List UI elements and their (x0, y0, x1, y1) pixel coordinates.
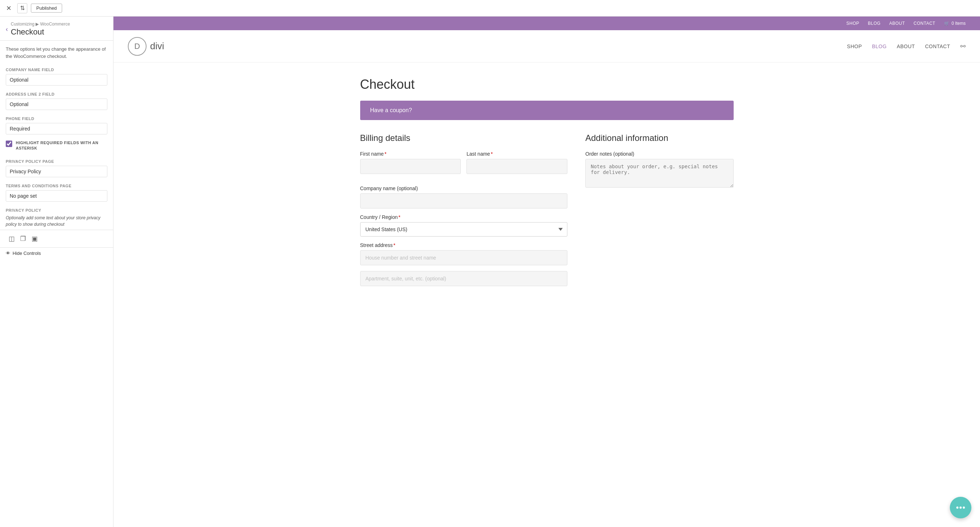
site-nav-links: SHOP BLOG ABOUT CONTACT ⚯ (847, 42, 966, 50)
logo-circle: D (128, 37, 146, 56)
country-required: * (399, 214, 400, 220)
sidebar-toolbar: ◫ ❐ ▣ (0, 230, 113, 248)
first-name-label: First name* (360, 151, 461, 157)
cart-symbol: 🛒 (944, 21, 950, 26)
checkout-title: Checkout (360, 77, 733, 92)
terms-conditions-section: TERMS AND CONDITIONS PAGE (0, 179, 113, 204)
last-name-input[interactable] (466, 159, 567, 174)
highlight-required-row: HIGHLIGHT REQUIRED FIELDS WITH AN ASTERI… (0, 137, 113, 155)
topbar-blog-link[interactable]: BLOG (868, 21, 881, 26)
site-logo: D divi (128, 37, 164, 56)
cart-count: 0 Items (951, 21, 966, 26)
phone-field-input[interactable] (6, 123, 107, 134)
topbar-about-link[interactable]: ABOUT (889, 21, 905, 26)
order-notes-group: Order notes (optional) (585, 151, 733, 188)
apt-group (360, 271, 568, 286)
street-required: * (394, 242, 395, 248)
chat-widget[interactable] (950, 497, 971, 518)
last-name-label: Last name* (466, 151, 567, 157)
additional-column: Additional information Order notes (opti… (585, 133, 733, 292)
sidebar-description: These options let you change the appeara… (0, 41, 113, 63)
logo-letter: D (134, 42, 140, 51)
main-wrapper: ‹ Customizing ▶ WooCommerce Checkout The… (0, 16, 980, 527)
highlight-required-checkbox[interactable] (6, 141, 12, 147)
company-name-field-label: Company name (optional) (360, 185, 568, 191)
hide-controls-button[interactable]: 👁 Hide Controls (0, 248, 113, 259)
breadcrumb: Customizing ▶ WooCommerce (11, 22, 70, 27)
privacy-policy-description: Optionally add some text about your stor… (6, 215, 107, 228)
company-name-field-input[interactable] (360, 193, 568, 209)
apt-input[interactable] (360, 271, 568, 286)
street-input[interactable] (360, 250, 568, 265)
first-name-required: * (385, 151, 387, 157)
chat-dot-2 (959, 506, 962, 509)
privacy-policy-page-section: PRIVACY POLICY PAGE (0, 155, 113, 179)
eye-icon: 👁 (6, 251, 10, 256)
chat-dot-3 (963, 506, 965, 509)
last-name-required: * (491, 151, 493, 157)
privacy-policy-page-input[interactable] (6, 166, 107, 177)
highlight-required-label: HIGHLIGHT REQUIRED FIELDS WITH AN ASTERI… (16, 140, 107, 151)
name-row: First name* Last name* (360, 151, 568, 180)
phone-field-section: PHONE FIELD (0, 112, 113, 137)
company-name-group: Company name (optional) (360, 185, 568, 209)
privacy-policy-page-label: PRIVACY POLICY PAGE (6, 159, 107, 164)
logo-name: divi (150, 41, 164, 52)
site-nav: D divi SHOP BLOG ABOUT CONTACT ⚯ (113, 30, 980, 62)
order-notes-textarea[interactable] (585, 159, 733, 188)
additional-heading: Additional information (585, 133, 733, 143)
address-line2-section: ADDRESS LINE 2 FIELD (0, 88, 113, 112)
privacy-policy-label: PRIVACY POLICY (6, 208, 107, 212)
sidebar-title: Checkout (11, 27, 70, 37)
nav-blog-link[interactable]: BLOG (872, 43, 887, 49)
coupon-bar[interactable]: Have a coupon? (360, 101, 733, 120)
toolbar-icon-3[interactable]: ▣ (29, 233, 40, 244)
chat-dots (956, 506, 965, 509)
first-name-input[interactable] (360, 159, 461, 174)
nav-about-link[interactable]: ABOUT (897, 43, 915, 49)
billing-column: Billing details First name* Last name* (360, 133, 568, 292)
close-button[interactable]: ✕ (3, 3, 14, 13)
checkout-columns: Billing details First name* Last name* (360, 133, 733, 292)
site-topbar: SHOP BLOG ABOUT CONTACT 🛒 0 Items (113, 16, 980, 30)
country-select[interactable]: United States (US) (360, 222, 568, 236)
terms-conditions-label: TERMS AND CONDITIONS PAGE (6, 184, 107, 188)
billing-heading: Billing details (360, 133, 568, 143)
hide-controls-label: Hide Controls (13, 251, 41, 256)
last-name-group: Last name* (466, 151, 567, 174)
toolbar-icon-2[interactable]: ❐ (17, 233, 29, 244)
topbar-contact-link[interactable]: CONTACT (913, 21, 935, 26)
nav-contact-link[interactable]: CONTACT (925, 43, 950, 49)
sidebar-header: ‹ Customizing ▶ WooCommerce Checkout (0, 16, 113, 41)
phone-field-label: PHONE FIELD (6, 117, 107, 121)
country-group: Country / Region* United States (US) (360, 214, 568, 236)
terms-conditions-input[interactable] (6, 190, 107, 202)
street-label: Street address* (360, 242, 568, 248)
address-line2-label: ADDRESS LINE 2 FIELD (6, 92, 107, 96)
company-name-label: COMPANY NAME FIELD (6, 67, 107, 72)
company-name-input[interactable] (6, 74, 107, 86)
cart-icon[interactable]: 🛒 0 Items (944, 21, 966, 26)
sidebar: ‹ Customizing ▶ WooCommerce Checkout The… (0, 16, 113, 527)
move-button[interactable]: ⇅ (17, 3, 27, 13)
street-address-group: Street address* (360, 242, 568, 265)
privacy-policy-section: PRIVACY POLICY Optionally add some text … (0, 204, 113, 230)
search-icon[interactable]: ⚯ (960, 42, 966, 50)
toolbar-icon-1[interactable]: ◫ (6, 233, 17, 244)
order-notes-label: Order notes (optional) (585, 151, 733, 157)
first-name-group: First name* (360, 151, 461, 174)
admin-bar: ✕ ⇅ Published (0, 0, 980, 16)
country-label: Country / Region* (360, 214, 568, 220)
checkout-content: Checkout Have a coupon? Billing details … (349, 62, 745, 306)
chat-dot-1 (956, 506, 958, 509)
topbar-shop-link[interactable]: SHOP (846, 21, 859, 26)
address-line2-input[interactable] (6, 99, 107, 110)
published-button[interactable]: Published (31, 3, 62, 13)
preview: SHOP BLOG ABOUT CONTACT 🛒 0 Items D divi… (113, 16, 980, 527)
company-name-section: COMPANY NAME FIELD (0, 63, 113, 88)
back-button[interactable]: ‹ (6, 26, 8, 32)
nav-shop-link[interactable]: SHOP (847, 43, 862, 49)
